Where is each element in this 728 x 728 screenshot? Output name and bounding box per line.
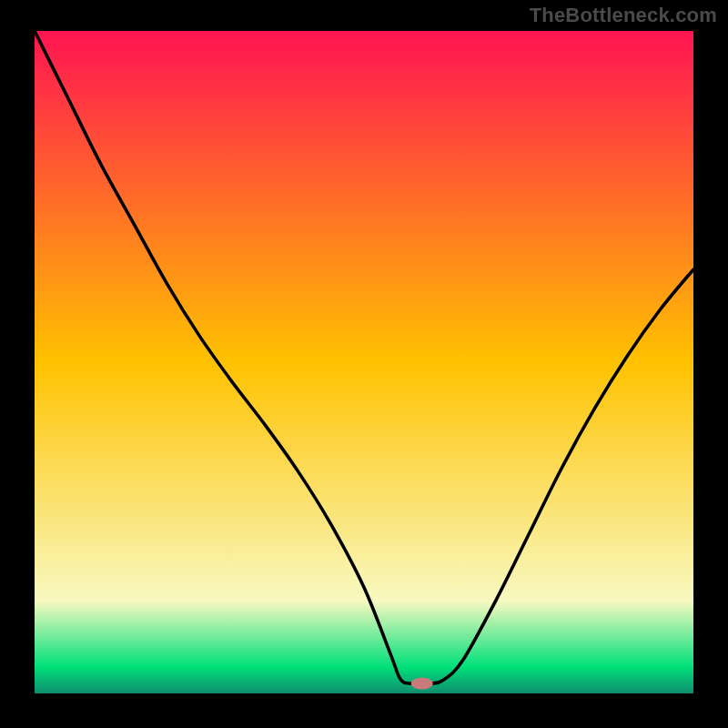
gradient-background xyxy=(35,31,693,693)
watermark-label: TheBottleneck.com xyxy=(530,4,717,27)
current-position-marker xyxy=(411,678,433,690)
bottleneck-chart xyxy=(35,31,693,693)
chart-frame: TheBottleneck.com xyxy=(0,0,728,728)
plot-area xyxy=(35,31,693,693)
